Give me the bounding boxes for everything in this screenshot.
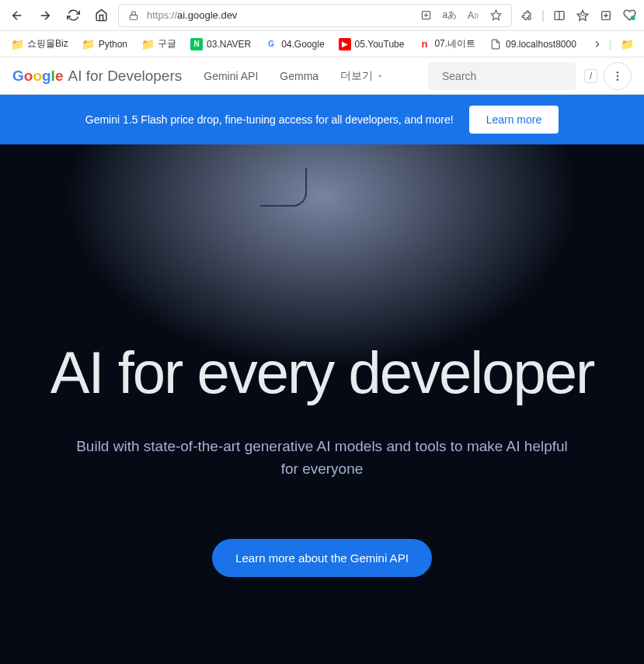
hero-cta-button[interactable]: Learn more about the Gemini API [212, 539, 432, 577]
decorative-flourish [260, 168, 307, 207]
logo[interactable]: Google AI for Developers [12, 68, 182, 85]
svg-point-6 [617, 71, 619, 74]
folder-icon: 📁 [621, 38, 633, 50]
bookmark-label: 05.YouTube [355, 39, 405, 50]
browser-toolbar: https://ai.google.dev aあ A)) | [0, 0, 644, 31]
bookmark-label: Python [99, 39, 127, 50]
nav-more-label: 더보기 [340, 69, 373, 83]
youtube-icon: ▶ [339, 38, 351, 50]
translate-icon[interactable]: aあ [441, 7, 458, 24]
folder-icon: 📁 [141, 38, 154, 50]
arrow-right-icon [38, 9, 52, 23]
chevron-right-icon[interactable] [590, 36, 604, 53]
svg-rect-0 [130, 15, 137, 19]
search-box[interactable]: / [428, 62, 576, 90]
favorite-icon[interactable] [488, 7, 505, 24]
url-bar[interactable]: https://ai.google.dev aあ A)) [118, 4, 512, 27]
bookmark-label: 07.네이트 [434, 37, 475, 50]
bookmark-shopping[interactable]: 📁쇼핑몰Biz [6, 34, 73, 54]
google-icon: G [265, 38, 277, 50]
url-bar-actions: aあ A)) [418, 7, 505, 24]
hero-section: AI for every developer Build with state-… [0, 144, 644, 664]
bookmark-google[interactable]: G04.Google [260, 35, 329, 54]
bookmark-label: 03.NAVER [207, 39, 251, 50]
nav-more[interactable]: 더보기 [340, 69, 384, 83]
back-button[interactable] [6, 5, 28, 26]
google-logo-icon: Google [12, 68, 63, 85]
home-button[interactable] [90, 5, 112, 26]
bookmark-nate[interactable]: n07.네이트 [413, 34, 480, 54]
shopping-icon[interactable] [418, 7, 435, 24]
split-screen-icon[interactable] [551, 7, 568, 24]
nate-icon: n [418, 38, 430, 50]
bookmark-overflow-folder[interactable]: 📁 [616, 35, 638, 54]
nav-gemma[interactable]: Gemma [280, 70, 319, 82]
naver-icon: N [190, 38, 203, 50]
bookmark-label: 04.Google [281, 39, 324, 50]
nav-links: Gemini API Gemma 더보기 [204, 69, 384, 83]
bookmark-youtube[interactable]: ▶05.YouTube [334, 35, 409, 54]
page-icon [489, 38, 502, 50]
forward-button[interactable] [34, 5, 56, 26]
dropdown-arrow-icon [376, 72, 384, 80]
kbd-hint: / [584, 69, 597, 83]
home-icon [95, 9, 108, 22]
url-text: https://ai.google.dev [147, 9, 237, 21]
overflow-menu-button[interactable] [604, 62, 632, 90]
svg-point-7 [617, 75, 619, 77]
search-input[interactable] [442, 70, 578, 82]
hero-subtitle: Build with state-of-the-art generative A… [74, 436, 571, 480]
folder-icon: 📁 [82, 38, 95, 50]
more-vert-icon [611, 70, 624, 82]
bookmark-google-folder[interactable]: 📁구글 [137, 34, 181, 54]
bookmark-naver[interactable]: N03.NAVER [186, 35, 256, 54]
arrow-left-icon [10, 9, 24, 23]
bookmark-python[interactable]: 📁Python [78, 35, 132, 54]
collections-icon[interactable] [597, 7, 614, 24]
extensions-icon[interactable] [518, 7, 535, 24]
bookmark-label: 09.localhost8000 [506, 39, 576, 50]
lock-icon[interactable] [125, 7, 142, 24]
svg-point-8 [617, 78, 619, 81]
refresh-icon [67, 9, 80, 22]
nav-gemini-api[interactable]: Gemini API [204, 70, 258, 82]
bookmark-label: 쇼핑몰Biz [27, 37, 68, 50]
banner-learn-more-button[interactable]: Learn more [469, 106, 559, 134]
reader-icon[interactable]: A)) [465, 7, 482, 24]
refresh-button[interactable] [62, 5, 84, 26]
bookmarks-bar: 📁쇼핑몰Biz 📁Python 📁구글 N03.NAVER G04.Google… [0, 31, 644, 57]
logo-suffix: AI for Developers [68, 68, 182, 85]
announcement-banner: Gemini 1.5 Flash price drop, fine-tuning… [0, 95, 644, 144]
banner-text: Gemini 1.5 Flash price drop, fine-tuning… [85, 113, 454, 126]
site-header: Google AI for Developers Gemini API Gemm… [0, 57, 644, 95]
svg-point-4 [630, 16, 635, 20]
favorites-icon[interactable] [574, 7, 591, 24]
folder-icon: 📁 [11, 38, 23, 50]
bookmark-label: 구글 [158, 37, 176, 50]
bookmark-localhost[interactable]: 09.localhost8000 [485, 35, 581, 54]
hero-title: AI for every developer [31, 144, 613, 406]
performance-icon[interactable] [621, 7, 638, 24]
